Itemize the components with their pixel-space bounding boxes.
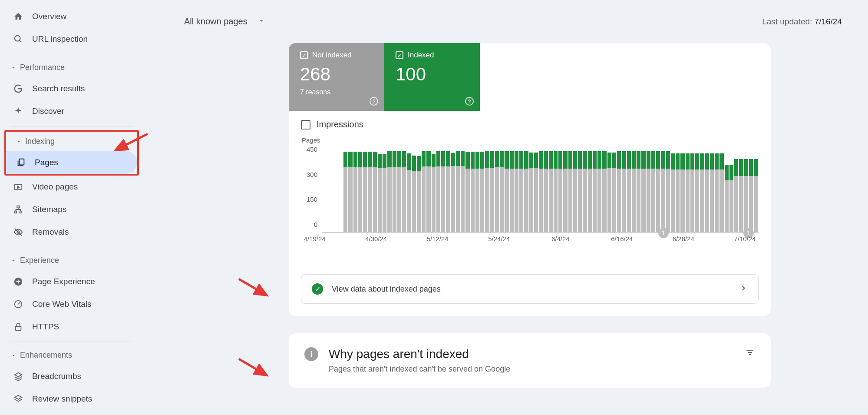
- chart-bar[interactable]: [573, 146, 577, 232]
- sidebar-group-indexing[interactable]: Indexing: [6, 132, 137, 151]
- sidebar-item-pages[interactable]: Pages: [6, 151, 137, 174]
- sidebar-item-page-experience[interactable]: Page Experience: [0, 270, 136, 293]
- stat-tab-indexed[interactable]: ✓ Indexed 100 ?: [384, 43, 480, 111]
- chart-bar[interactable]: [500, 146, 504, 232]
- sidebar-item-url-inspection[interactable]: URL inspection: [0, 28, 136, 50]
- chart-bar[interactable]: [729, 146, 733, 232]
- chart-bar[interactable]: [749, 146, 753, 232]
- chart-bar[interactable]: [353, 146, 357, 232]
- chart-bar[interactable]: [627, 146, 631, 232]
- sidebar-item-breadcrumbs[interactable]: Breadcrumbs: [0, 365, 136, 388]
- chart-bar[interactable]: [676, 146, 680, 232]
- chart-bar[interactable]: [715, 146, 719, 232]
- sidebar-item-discover[interactable]: Discover: [0, 100, 136, 123]
- chart-bar[interactable]: [378, 146, 382, 232]
- chart-bar[interactable]: [480, 146, 484, 232]
- chart-bar[interactable]: [725, 146, 729, 232]
- chart-bar[interactable]: [397, 146, 401, 232]
- chart-bar[interactable]: [558, 146, 562, 232]
- sidebar-item-video-pages[interactable]: Video pages: [0, 176, 136, 198]
- chart-bar[interactable]: [485, 146, 489, 232]
- chart-bar[interactable]: [568, 146, 572, 232]
- chart-bar[interactable]: [754, 146, 758, 232]
- chart-bar[interactable]: [495, 146, 499, 232]
- chart-bar[interactable]: [456, 146, 460, 232]
- chart-bar[interactable]: [622, 146, 626, 232]
- chart-bar[interactable]: [383, 146, 386, 232]
- sidebar-item-removals[interactable]: Removals: [0, 221, 136, 243]
- chart-bar[interactable]: [647, 146, 650, 232]
- chart-bar[interactable]: [387, 146, 391, 232]
- chart-bar[interactable]: [510, 146, 514, 232]
- chart-bar[interactable]: [563, 146, 567, 232]
- chart-bar[interactable]: [593, 146, 597, 232]
- sidebar-group-performance[interactable]: Performance: [0, 58, 143, 77]
- chart-bar[interactable]: [446, 146, 450, 232]
- chart-bar[interactable]: [680, 146, 684, 232]
- chart-bar[interactable]: [695, 146, 699, 232]
- sidebar-group-experience[interactable]: Experience: [0, 251, 143, 270]
- chart-bar[interactable]: [705, 146, 709, 232]
- chart-bar[interactable]: [719, 146, 723, 232]
- chart-bar[interactable]: [602, 146, 606, 232]
- chart-bar[interactable]: [343, 146, 347, 232]
- chart-bar[interactable]: [529, 146, 533, 232]
- chart-bar[interactable]: [632, 146, 636, 232]
- chart-bar[interactable]: [666, 146, 670, 232]
- chart-bar[interactable]: [505, 146, 508, 232]
- chart-bar[interactable]: [363, 146, 367, 232]
- chart-bar[interactable]: [641, 146, 645, 232]
- chart-bar[interactable]: [583, 146, 587, 232]
- chart-bar[interactable]: [524, 146, 528, 232]
- help-icon[interactable]: ?: [465, 97, 474, 106]
- chart-bar[interactable]: [436, 146, 440, 232]
- chart-bar[interactable]: [461, 146, 465, 232]
- impressions-toggle[interactable]: Impressions: [289, 111, 771, 133]
- chart-bar[interactable]: [475, 146, 479, 232]
- chart-bar[interactable]: [690, 146, 694, 232]
- chart-bar[interactable]: [597, 146, 601, 232]
- chart-bar[interactable]: [739, 146, 743, 232]
- chart-bar[interactable]: [661, 146, 665, 232]
- chart-bar[interactable]: [515, 146, 518, 232]
- chart-bar[interactable]: [554, 146, 558, 232]
- chart-bar[interactable]: [465, 146, 469, 232]
- chart-bar[interactable]: [612, 146, 616, 232]
- chart-bar[interactable]: [490, 146, 494, 232]
- chart-bar[interactable]: [744, 146, 748, 232]
- sidebar-item-core-web-vitals[interactable]: Core Web Vitals: [0, 293, 136, 315]
- chart-bar[interactable]: [441, 146, 445, 232]
- stat-tab-not-indexed[interactable]: ✓ Not indexed 268 7 reasons ?: [289, 43, 384, 111]
- filter-icon[interactable]: [745, 347, 755, 360]
- chart-bar[interactable]: [422, 146, 426, 232]
- chart-bar[interactable]: [373, 146, 377, 232]
- chart-bar[interactable]: [432, 146, 436, 232]
- chart-bar[interactable]: [539, 146, 543, 232]
- chart-bar[interactable]: [426, 146, 430, 232]
- sidebar-group-enhancements[interactable]: Enhancements: [0, 345, 143, 365]
- chart-bar[interactable]: [368, 146, 372, 232]
- chart-bar[interactable]: [700, 146, 704, 232]
- view-indexed-pages-row[interactable]: ✓ View data about indexed pages: [301, 274, 759, 304]
- chart-bar[interactable]: [617, 146, 621, 232]
- chart-bar[interactable]: [412, 146, 416, 232]
- chart-bar[interactable]: [578, 146, 582, 232]
- chart-bar[interactable]: [402, 146, 406, 232]
- chart-bar[interactable]: [656, 146, 660, 232]
- help-icon[interactable]: ?: [370, 97, 378, 106]
- sidebar-item-sitemaps[interactable]: Sitemaps: [0, 198, 136, 221]
- chart-bar[interactable]: [417, 146, 421, 232]
- chart-bar[interactable]: [588, 146, 592, 232]
- chart-bar[interactable]: [607, 146, 611, 232]
- chart-bar[interactable]: [734, 146, 738, 232]
- page-filter-dropdown[interactable]: All known pages: [182, 13, 267, 30]
- chart-bar[interactable]: [407, 146, 411, 232]
- sidebar-item-https[interactable]: HTTPS: [0, 315, 136, 338]
- sidebar-item-review-snippets[interactable]: Review snippets: [0, 388, 136, 410]
- chart-bar[interactable]: [358, 146, 362, 232]
- chart-bar[interactable]: [651, 146, 655, 232]
- chart-bar[interactable]: [637, 146, 640, 232]
- chart-bar[interactable]: [393, 146, 396, 232]
- chart-bar[interactable]: [671, 146, 675, 232]
- sidebar-item-overview[interactable]: Overview: [0, 5, 136, 28]
